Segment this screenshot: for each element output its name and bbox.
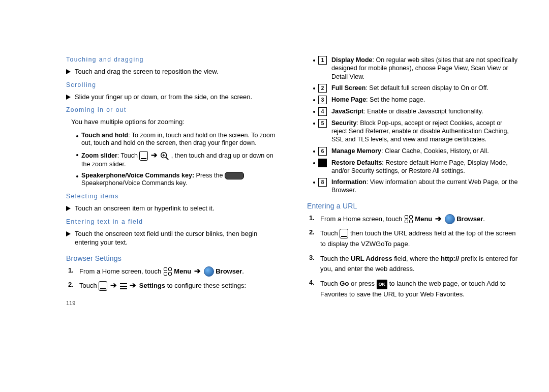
text: Touch the URL Address field, where the h… [320,254,518,275]
setting-full-screen: 2 Full Screen: Set default full screen d… [313,84,518,93]
browser-settings-step1: 1. From a Home screen, touch Menu ➔ Brow… [68,266,278,277]
svg-line-1 [166,157,169,160]
step-number: 1. [309,214,317,222]
menu-grid-icon [163,267,172,276]
text: From a Home screen, touch Menu ➔ Browser… [320,214,518,225]
key-8-icon: 8 [318,178,327,187]
text: Touch Go or press OK to launch the web p… [320,279,518,300]
heading-entering-text: Entering text in a field [66,218,278,225]
zoom-slider: Zoom slider: Touch ➔ , then touch and dr… [76,150,278,169]
text: Touch and hold: To zoom in, touch and ho… [81,132,278,147]
globe-icon [204,266,214,277]
text: From a Home screen, touch Menu ➔ Browser… [79,266,278,277]
setting-home-page: 3 Home Page: Set the home page. [313,96,518,104]
arrow-icon [66,206,71,211]
text: Speakerphone/Voice Commands key: Press t… [81,172,278,188]
key-5-icon: 5 [318,119,327,128]
heading-browser-settings: Browser Settings [66,254,278,262]
key-6-icon: 6 [318,147,327,156]
para-selecting: Touch an onscreen item or hyperlink to s… [66,204,278,213]
bullet-icon [76,135,78,137]
hamburger-icon [120,283,127,289]
bullet-icon [313,87,315,89]
setting-information: 8 Information: View information about th… [313,178,518,195]
globe-icon [445,214,455,224]
setting-display-mode: 1 Display Mode: On regular web sites (si… [313,56,518,81]
step-number: 3. [309,254,317,261]
key-black-icon [318,159,327,167]
bullet-icon [76,154,78,156]
key-1-icon: 1 [318,56,327,65]
heading-scrolling: Scrolling [66,81,278,88]
magnify-plus-icon [160,152,169,161]
key-2-icon: 2 [318,84,327,93]
key-3-icon: 3 [318,96,327,104]
step-number: 2. [309,228,317,236]
para-entering-text: Touch the onscreen text field until the … [66,229,278,247]
heading-zooming: Zooming in or out [66,106,278,113]
arrow-right-icon: ➔ [194,266,201,275]
page-content: Touching and dragging Touch and drag the… [0,0,549,316]
bullet-icon [76,175,78,177]
zoom-speakerphone: Speakerphone/Voice Commands key: Press t… [76,172,278,188]
step-number: 2. [68,281,76,288]
setting-restore-defaults: Restore Defaults: Restore default Home P… [313,159,518,175]
menu-grid-icon [404,215,413,224]
arrow-right-icon: ➔ [435,214,442,223]
setting-javascript: 4 JavaScript: Enable or disable Javascri… [313,107,518,116]
arrow-right-icon: ➔ [151,150,158,159]
arrow-icon [66,231,71,236]
heading-touching-dragging: Touching and dragging [66,56,278,63]
setting-security: 5 Security: Block Pop-ups, accept or rej… [313,119,518,144]
text: Zoom slider: Touch ➔ , then touch and dr… [81,150,278,169]
arrow-right-icon: ➔ [110,281,117,289]
heading-entering-url: Entering a URL [307,202,518,210]
text: Touch then touch the URL address field a… [320,228,518,250]
bullet-icon [313,150,315,153]
bullet-icon [313,182,315,184]
arrow-right-icon: ➔ [130,281,136,289]
arrow-icon [66,69,71,74]
step-number: 1. [68,266,76,274]
browser-settings-step2: 2. Touch ➔ ➔ Settings to configure these… [68,281,278,291]
bullet-icon [313,99,315,101]
bullet-icon [313,162,315,164]
arrow-icon [66,95,71,100]
page-number: 119 [66,300,278,306]
zoom-touch-hold: Touch and hold: To zoom in, touch and ho… [76,132,278,147]
heading-selecting: Selecting items [66,193,278,200]
zoom-options: Touch and hold: To zoom in, touch and ho… [76,132,278,188]
toolbar-box-icon [139,151,148,161]
para-touch-drag: Touch and drag the screen to reposition … [66,67,278,76]
text: Touch ➔ ➔ Settings to configure these se… [79,281,278,291]
para-scrolling: Slide your finger up or down, or from th… [66,93,278,102]
bullet-icon [313,111,315,113]
step-number: 4. [309,279,317,286]
bullet-icon [313,59,315,62]
speakerphone-key-icon [225,172,244,179]
bullet-icon [313,123,315,125]
setting-manage-memory: 6 Manage Memory: Clear Cache, Cookies, H… [313,147,518,156]
settings-list: 1 Display Mode: On regular web sites (si… [313,56,518,195]
key-4-icon: 4 [318,107,327,116]
right-column: 1 Display Mode: On regular web sites (si… [307,56,518,306]
toolbar-box-icon [340,229,348,238]
para-zoom-intro: You have multiple options for zooming: [71,117,278,127]
left-column: Touching and dragging Touch and drag the… [66,56,278,306]
toolbar-box-icon [99,281,107,291]
text: Touch an onscreen item or hyperlink to s… [75,204,278,213]
url-step2: 2. Touch then touch the URL address fiel… [309,228,518,250]
url-step1: 1. From a Home screen, touch Menu ➔ Brow… [309,214,518,225]
url-step3: 3. Touch the URL Address field, where th… [309,254,518,275]
url-step4: 4. Touch Go or press OK to launch the we… [309,279,518,300]
text: Slide your finger up or down, or from th… [75,93,278,102]
text: Touch the onscreen text field until the … [75,229,278,247]
ok-key-icon: OK [377,280,388,289]
text: Touch and drag the screen to reposition … [75,67,278,76]
